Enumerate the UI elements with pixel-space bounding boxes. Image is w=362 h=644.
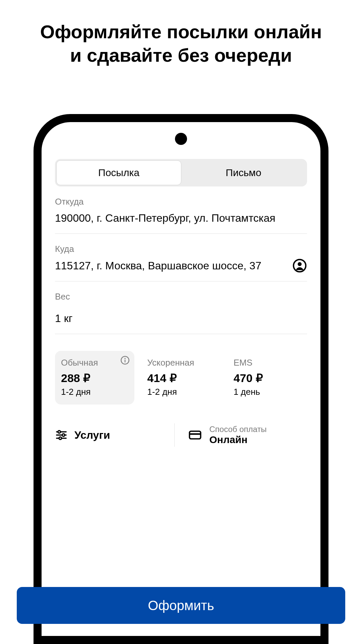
option-ems-eta: 1 день — [234, 387, 301, 397]
option-express-price: 414 ₽ — [147, 371, 215, 385]
payment-label: Способ оплаты — [209, 425, 267, 434]
weight-label: Вес — [55, 291, 307, 302]
to-label: Куда — [55, 244, 307, 254]
submit-button[interactable]: Оформить — [17, 587, 345, 624]
payment-value: Онлайн — [209, 434, 267, 445]
from-value: 190000, г. Санкт-Петербург, ул. Почтамтс… — [55, 211, 307, 225]
option-express-title: Ускоренная — [147, 358, 215, 368]
option-ems-title: EMS — [234, 358, 301, 368]
option-standard-price: 288 ₽ — [61, 371, 128, 385]
weight-field[interactable]: Вес 1 кг — [55, 281, 307, 334]
sliders-icon — [55, 429, 68, 441]
segment-package[interactable]: Посылка — [56, 160, 181, 185]
svg-point-1 — [298, 262, 302, 266]
card-icon — [188, 428, 202, 442]
svg-point-3 — [125, 358, 126, 359]
to-field[interactable]: Куда 115127, г. Москва, Варшавское шоссе… — [55, 234, 307, 281]
from-field[interactable]: Откуда 190000, г. Санкт-Петербург, ул. П… — [55, 186, 307, 234]
from-label: Откуда — [55, 197, 307, 207]
payment-method-button[interactable]: Способ оплаты Онлайн — [175, 425, 307, 445]
svg-point-8 — [58, 431, 61, 433]
svg-rect-4 — [125, 360, 125, 363]
submit-button-label: Оформить — [148, 598, 214, 613]
services-button[interactable]: Услуги — [55, 429, 174, 441]
phone-camera-dot — [175, 133, 187, 145]
contact-icon[interactable] — [292, 258, 307, 273]
segment-package-label: Посылка — [98, 167, 139, 178]
to-value: 115127, г. Москва, Варшавское шоссе, 37 — [55, 259, 292, 273]
svg-rect-12 — [189, 433, 200, 435]
page-headline: Оформляйте посылки онлайн и сдавайте без… — [40, 20, 322, 67]
option-standard-eta: 1-2 дня — [61, 387, 128, 397]
info-icon[interactable] — [120, 356, 130, 365]
weight-value: 1 кг — [55, 311, 307, 326]
option-express-eta: 1-2 дня — [147, 387, 215, 397]
shipping-options: Обычная 288 ₽ 1-2 дня Ускоренная 414 ₽ 1… — [55, 351, 307, 405]
svg-point-10 — [59, 437, 62, 440]
option-express[interactable]: Ускоренная 414 ₽ 1-2 дня — [141, 351, 221, 405]
shipment-type-segmented-control[interactable]: Посылка Письмо — [55, 159, 307, 186]
option-ems[interactable]: EMS 470 ₽ 1 день — [228, 351, 307, 405]
segment-letter[interactable]: Письмо — [181, 160, 306, 185]
headline-line-2: и сдавайте без очереди — [70, 45, 292, 66]
option-standard[interactable]: Обычная 288 ₽ 1-2 дня — [55, 351, 134, 405]
services-and-payment-bar: Услуги Способ оплаты Онлайн — [55, 423, 307, 447]
svg-point-9 — [62, 434, 65, 437]
services-label: Услуги — [74, 429, 110, 441]
svg-rect-11 — [189, 431, 200, 439]
segment-letter-label: Письмо — [226, 167, 261, 178]
option-standard-title: Обычная — [61, 358, 128, 368]
option-ems-price: 470 ₽ — [234, 371, 301, 385]
phone-mockup: Посылка Письмо Откуда 190000, г. Санкт-П… — [34, 114, 328, 644]
headline-line-1: Оформляйте посылки онлайн — [40, 21, 322, 42]
